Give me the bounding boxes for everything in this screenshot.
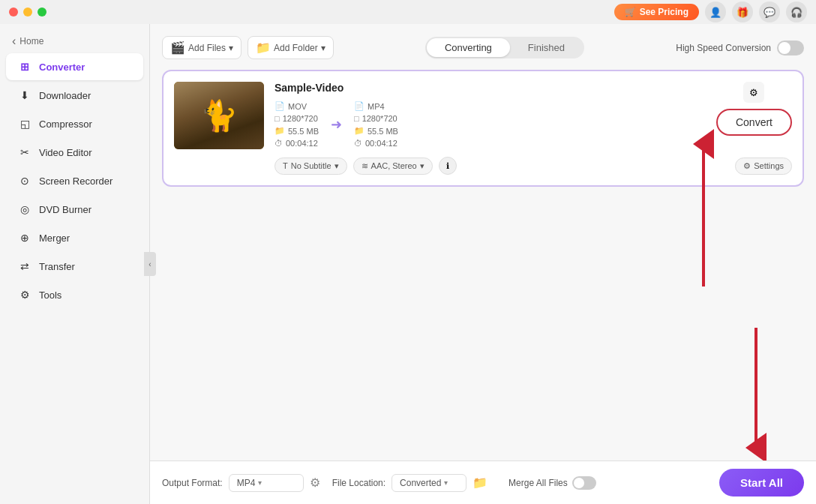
source-size: 📁 55.5 MB: [274, 126, 319, 136]
add-folder-button[interactable]: 📁 Add Folder ▾: [248, 36, 334, 59]
chat-icon-button[interactable]: 💬: [759, 2, 780, 22]
resolution-icon: □: [274, 114, 280, 123]
target-duration: ⏱ 00:04:12: [354, 139, 398, 148]
sidebar-item-video-editor[interactable]: ✂ Video Editor: [6, 139, 143, 166]
subtitle-dropdown-icon: ▾: [334, 161, 339, 171]
converter-icon: ⊞: [18, 60, 32, 74]
video-info: Sample-Video 📄 MOV □ 1280*720: [274, 82, 700, 148]
audio-wave-icon: ≋: [362, 161, 368, 171]
annotation-arrow-down: [726, 328, 786, 463]
sidebar: Home ⊞ Converter ⬇ Downloader ◱ Compress…: [0, 24, 150, 504]
target-file-icon: 📄: [354, 101, 364, 111]
target-size-icon: 📁: [354, 126, 364, 136]
subtitle-select-button[interactable]: T No Subtitle ▾: [274, 158, 347, 175]
sidebar-item-transfer[interactable]: ⇄ Transfer: [6, 253, 143, 280]
source-format: 📄 MOV: [274, 101, 319, 111]
source-resolution: □ 1280*720: [274, 114, 319, 123]
tab-finished[interactable]: Finished: [510, 38, 583, 57]
start-all-button[interactable]: Start All: [719, 469, 804, 496]
add-files-button[interactable]: 🎬 Add Files ▾: [162, 36, 242, 59]
clock-icon: ⏱: [274, 139, 283, 148]
target-clock-icon: ⏱: [354, 139, 362, 148]
output-format-icon-button[interactable]: ⚙: [310, 476, 320, 490]
main-layout: Home ⊞ Converter ⬇ Downloader ◱ Compress…: [0, 24, 816, 504]
video-card: Sample-Video 📄 MOV □ 1280*720: [162, 70, 804, 187]
target-format: 📄 MP4: [354, 101, 398, 111]
sidebar-item-downloader[interactable]: ⬇ Downloader: [6, 82, 143, 109]
back-home-button[interactable]: Home: [0, 30, 149, 52]
merger-icon: ⊕: [18, 231, 32, 244]
settings-button[interactable]: ⚙ Settings: [735, 158, 792, 175]
user-icon-button[interactable]: 👤: [705, 2, 726, 22]
tab-converting[interactable]: Converting: [427, 38, 510, 57]
bottom-bar: Output Format: MP4 ▾ ⚙ File Location: Co…: [150, 460, 816, 504]
add-folder-icon: 📁: [256, 40, 271, 55]
target-meta: 📄 MP4 □ 1280*720 📁 55.5 MB: [354, 101, 398, 148]
audio-dropdown-icon: ▾: [420, 161, 424, 171]
info-button[interactable]: ℹ: [439, 157, 457, 175]
dropdown-arrow-icon2: ▾: [321, 43, 326, 53]
speed-toggle-container: High Speed Conversion: [676, 40, 804, 56]
headset-icon-button[interactable]: 🎧: [786, 2, 807, 22]
output-format-select[interactable]: MP4 ▾: [229, 474, 304, 492]
sidebar-collapse-button[interactable]: ‹: [144, 252, 156, 276]
subtitle-text-icon: T: [283, 161, 288, 170]
sidebar-item-screen-recorder[interactable]: ⊙ Screen Recorder: [6, 167, 143, 194]
video-title: Sample-Video: [274, 82, 700, 94]
video-card-top: Sample-Video 📄 MOV □ 1280*720: [174, 82, 792, 149]
add-files-icon: 🎬: [170, 40, 185, 55]
sidebar-item-merger[interactable]: ⊕ Merger: [6, 224, 143, 251]
top-right-actions: 🛒 See Pricing 👤 🎁 💬 🎧: [614, 2, 807, 22]
sidebar-item-compressor[interactable]: ◱ Compressor: [6, 110, 143, 137]
gift-icon-button[interactable]: 🎁: [732, 2, 753, 22]
dropdown-arrow-icon: ▾: [229, 43, 233, 53]
dvd-burner-icon: ◎: [18, 202, 32, 216]
merge-toggle-container: Merge All Files: [508, 476, 596, 490]
maximize-button[interactable]: [38, 8, 46, 16]
file-icon: 📄: [274, 101, 285, 111]
content-toolbar: 🎬 Add Files ▾ 📁 Add Folder ▾ Converting …: [162, 36, 804, 59]
merge-toggle-switch[interactable]: [572, 476, 596, 490]
tools-icon: ⚙: [18, 288, 32, 302]
traffic-lights: [9, 8, 46, 16]
video-settings-icon-button[interactable]: ⚙: [743, 82, 764, 103]
output-format-field: Output Format: MP4 ▾ ⚙: [162, 474, 320, 492]
target-size: 📁 55.5 MB: [354, 126, 398, 136]
file-location-field: File Location: Converted ▾ 📁: [332, 474, 488, 492]
conversion-arrow-icon: ➜: [331, 116, 342, 133]
convert-button[interactable]: Convert: [716, 109, 792, 136]
source-meta: 📄 MOV □ 1280*720 📁 55.5 MB: [274, 101, 319, 148]
file-location-select[interactable]: Converted ▾: [392, 474, 466, 492]
speed-toggle-switch[interactable]: [777, 40, 804, 56]
source-duration: ⏱ 00:04:12: [274, 139, 319, 148]
title-bar: 🛒 See Pricing 👤 🎁 💬 🎧: [0, 0, 816, 24]
size-icon: 📁: [274, 126, 285, 136]
cat-preview-image: [174, 82, 264, 149]
cart-icon: 🛒: [625, 7, 636, 17]
see-pricing-button[interactable]: 🛒 See Pricing: [614, 4, 699, 20]
compressor-icon: ◱: [18, 117, 32, 130]
toolbar-left: 🎬 Add Files ▾ 📁 Add Folder ▾: [162, 36, 334, 59]
output-format-dropdown-icon: ▾: [258, 478, 262, 487]
minimize-button[interactable]: [23, 8, 32, 16]
tabs-container: Converting Finished: [425, 37, 584, 58]
file-location-folder-button[interactable]: 📁: [472, 476, 488, 490]
sidebar-item-tools[interactable]: ⚙ Tools: [6, 281, 143, 308]
target-resolution: □ 1280*720: [354, 114, 398, 123]
content-area: 🎬 Add Files ▾ 📁 Add Folder ▾ Converting …: [150, 24, 816, 504]
settings-gear-icon: ⚙: [743, 161, 751, 171]
screen-recorder-icon: ⊙: [18, 174, 32, 188]
audio-select-button[interactable]: ≋ AAC, Stereo ▾: [353, 158, 433, 175]
video-card-bottom: T No Subtitle ▾ ≋ AAC, Stereo ▾ ℹ ⚙ Sett…: [174, 157, 792, 175]
target-res-icon: □: [354, 114, 359, 123]
sidebar-item-dvd-burner[interactable]: ◎ DVD Burner: [6, 196, 143, 223]
file-location-dropdown-icon: ▾: [444, 478, 448, 487]
transfer-icon: ⇄: [18, 260, 32, 273]
downloader-icon: ⬇: [18, 88, 32, 102]
sidebar-item-converter[interactable]: ⊞ Converter: [6, 53, 143, 80]
video-thumbnail: [174, 82, 264, 149]
video-editor-icon: ✂: [18, 146, 32, 159]
close-button[interactable]: [9, 8, 18, 16]
